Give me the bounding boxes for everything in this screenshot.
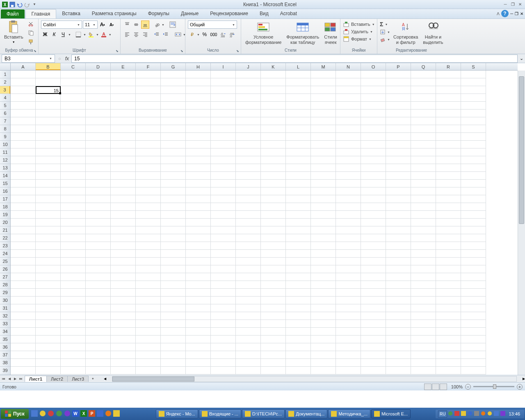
cell-O25[interactable] xyxy=(361,258,386,265)
window-minimize-icon[interactable]: ─ xyxy=(510,11,513,16)
cell-H14[interactable] xyxy=(186,172,211,180)
copy-icon[interactable] xyxy=(27,29,35,37)
cell-L34[interactable] xyxy=(286,328,311,336)
cell-I3[interactable] xyxy=(211,86,236,94)
cell-C22[interactable] xyxy=(61,234,86,242)
cell-P7[interactable] xyxy=(386,117,411,125)
increase-indent-icon[interactable] xyxy=(162,30,170,39)
cell-J29[interactable] xyxy=(236,289,261,297)
cell-F14[interactable] xyxy=(136,172,161,180)
cell-Q33[interactable] xyxy=(411,320,436,328)
cell-O23[interactable] xyxy=(361,242,386,250)
cell-R33[interactable] xyxy=(436,320,461,328)
cell-N19[interactable] xyxy=(336,211,361,219)
cell-D8[interactable] xyxy=(86,125,111,133)
cell-C32[interactable] xyxy=(61,312,86,320)
row-header-35[interactable]: 35 xyxy=(0,336,10,343)
cell-M19[interactable] xyxy=(311,211,336,219)
ql-ppt-icon[interactable]: P xyxy=(89,410,96,418)
cell-A4[interactable] xyxy=(11,94,36,102)
cell-I34[interactable] xyxy=(211,328,236,336)
cell-H38[interactable] xyxy=(186,359,211,367)
cell-O2[interactable] xyxy=(361,78,386,86)
ribbon-tab-4[interactable]: Данные xyxy=(175,9,204,18)
cell-O5[interactable] xyxy=(361,102,386,110)
cell-E23[interactable] xyxy=(111,242,136,250)
percent-icon[interactable]: % xyxy=(201,30,209,39)
cell-E18[interactable] xyxy=(111,203,136,211)
cell-H20[interactable] xyxy=(186,219,211,226)
taskbar-item-1[interactable]: Входящие - ... xyxy=(199,409,241,418)
cell-K33[interactable] xyxy=(261,320,286,328)
cell-H1[interactable] xyxy=(186,71,211,78)
cell-L16[interactable] xyxy=(286,187,311,195)
thousands-icon[interactable]: 000 xyxy=(210,30,218,39)
cell-R1[interactable] xyxy=(436,71,461,78)
cell-F11[interactable] xyxy=(136,148,161,156)
cell-I27[interactable] xyxy=(211,273,236,281)
format-cells-button[interactable]: Формат▼ xyxy=(343,35,372,43)
col-header-Q[interactable]: Q xyxy=(411,63,436,70)
insert-cells-button[interactable]: Вставить▼ xyxy=(343,21,375,28)
cell-L19[interactable] xyxy=(286,211,311,219)
cell-G17[interactable] xyxy=(161,195,186,203)
ql-excel-icon[interactable]: X xyxy=(80,410,88,418)
cell-H28[interactable] xyxy=(186,281,211,289)
cell-Q32[interactable] xyxy=(411,312,436,320)
cell-B11[interactable] xyxy=(36,148,61,156)
taskbar-item-2[interactable]: D:\ITECH\Рс... xyxy=(242,409,285,418)
cell-S33[interactable] xyxy=(461,320,486,328)
cell-F25[interactable] xyxy=(136,258,161,265)
cell-K11[interactable] xyxy=(261,148,286,156)
cell-L7[interactable] xyxy=(286,117,311,125)
tray-icon[interactable] xyxy=(454,411,460,417)
cell-N10[interactable] xyxy=(336,141,361,148)
cell-D33[interactable] xyxy=(86,320,111,328)
cell-R6[interactable] xyxy=(436,110,461,117)
cell-F19[interactable] xyxy=(136,211,161,219)
cell-L30[interactable] xyxy=(286,297,311,304)
cell-A24[interactable] xyxy=(11,250,36,258)
cell-O8[interactable] xyxy=(361,125,386,133)
cell-G19[interactable] xyxy=(161,211,186,219)
cell-J14[interactable] xyxy=(236,172,261,180)
cell-K5[interactable] xyxy=(261,102,286,110)
new-sheet-icon[interactable]: ✦ xyxy=(90,376,96,382)
cell-J8[interactable] xyxy=(236,125,261,133)
cell-P10[interactable] xyxy=(386,141,411,148)
underline-icon[interactable]: Ч xyxy=(59,30,67,39)
cell-A20[interactable] xyxy=(11,219,36,226)
cell-H39[interactable] xyxy=(186,367,211,374)
cell-G24[interactable] xyxy=(161,250,186,258)
cell-G33[interactable] xyxy=(161,320,186,328)
cell-I2[interactable] xyxy=(211,78,236,86)
cell-L3[interactable] xyxy=(286,86,311,94)
cell-B25[interactable] xyxy=(36,258,61,265)
cell-F8[interactable] xyxy=(136,125,161,133)
row-header-38[interactable]: 38 xyxy=(0,359,10,367)
cell-K17[interactable] xyxy=(261,195,286,203)
page-layout-view-icon[interactable] xyxy=(432,383,439,390)
cell-I32[interactable] xyxy=(211,312,236,320)
number-launcher-icon[interactable]: ⬊ xyxy=(235,48,240,53)
cell-F12[interactable] xyxy=(136,156,161,164)
cell-B7[interactable] xyxy=(36,117,61,125)
tray-icon[interactable] xyxy=(474,411,480,417)
cell-A22[interactable] xyxy=(11,234,36,242)
cell-A16[interactable] xyxy=(11,187,36,195)
cell-R15[interactable] xyxy=(436,180,461,187)
cell-J36[interactable] xyxy=(236,343,261,351)
cell-G25[interactable] xyxy=(161,258,186,265)
cell-G16[interactable] xyxy=(161,187,186,195)
cell-K24[interactable] xyxy=(261,250,286,258)
cell-G6[interactable] xyxy=(161,110,186,117)
cell-Q15[interactable] xyxy=(411,180,436,187)
fill-color-icon[interactable] xyxy=(87,30,95,39)
cell-M26[interactable] xyxy=(311,265,336,273)
cell-B24[interactable] xyxy=(36,250,61,258)
last-sheet-icon[interactable]: ⏭ xyxy=(18,376,24,382)
cell-F21[interactable] xyxy=(136,226,161,234)
cell-M30[interactable] xyxy=(311,297,336,304)
close-button[interactable]: ✕ xyxy=(517,2,523,7)
cell-R23[interactable] xyxy=(436,242,461,250)
